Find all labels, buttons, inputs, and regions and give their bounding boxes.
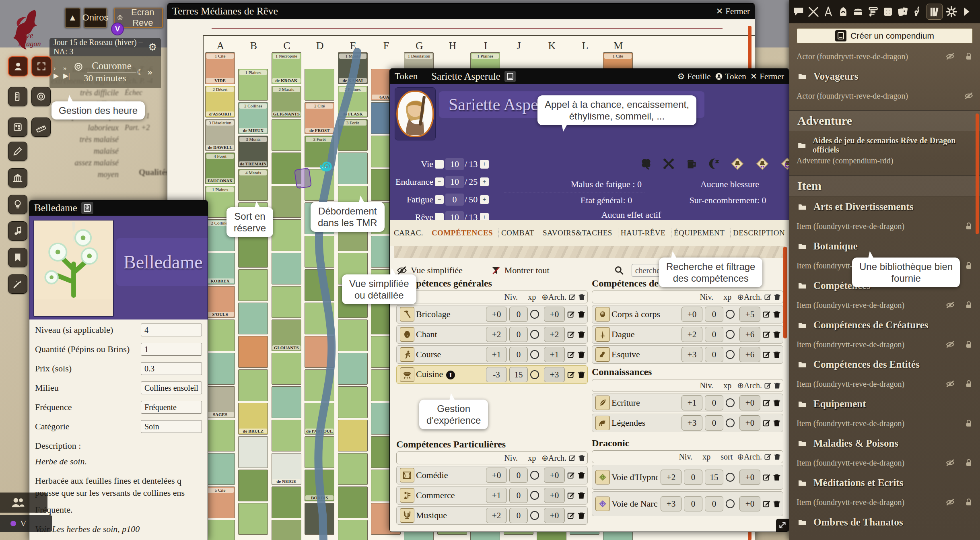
tmr-cell-A12[interactable] xyxy=(205,420,235,451)
skill-archetype[interactable]: +6 xyxy=(739,347,760,362)
skill-row-bricolage[interactable]: Bricolage+00+0 xyxy=(396,305,588,324)
encaissement-bones-icon[interactable] xyxy=(662,157,675,171)
toolbtn-target-icon[interactable] xyxy=(31,87,51,106)
skip-button[interactable]: ▶| xyxy=(63,72,73,80)
lock-icon[interactable] xyxy=(964,458,974,468)
skill-niveau[interactable]: +3 xyxy=(681,347,702,362)
stat-value[interactable]: 10 xyxy=(445,158,464,170)
edit-skill-icon[interactable] xyxy=(566,310,575,319)
skill-niveau[interactable]: +2 xyxy=(681,327,702,342)
skill-archetype[interactable]: +1 xyxy=(544,347,565,362)
delete-skill-icon[interactable] xyxy=(577,491,586,500)
toolbtn-expand-icon[interactable] xyxy=(31,56,51,76)
skill-row-voie-de-narcos[interactable]: Voie de Narcos+300+0 xyxy=(592,491,783,516)
calendar-gear-icon[interactable]: ⚙ xyxy=(148,41,157,53)
skill-sort[interactable]: 15 xyxy=(705,470,723,485)
lock-icon[interactable] xyxy=(964,52,974,61)
delete-skill-icon[interactable] xyxy=(772,330,781,339)
tmr-cell-A3[interactable]: 3 Désolationde DAWELL xyxy=(205,119,235,151)
belledame-field-input[interactable]: Fréquente xyxy=(141,401,202,414)
tmr-cell-D14[interactable] xyxy=(305,503,334,535)
create-compendium-button[interactable]: Créer un compendium xyxy=(797,28,973,43)
tmr-cell-A2[interactable]: 2 Désertd'ASSORH xyxy=(205,86,235,117)
compendium-folder[interactable]: Botanique xyxy=(797,241,974,252)
players-list[interactable]: V xyxy=(0,515,52,532)
toolbtn-ruler-icon[interactable] xyxy=(8,87,27,106)
belledame-field-input[interactable]: 4 xyxy=(141,324,202,336)
compendium-folder[interactable]: Aides de jeu de scenarios Rêve de Dragon… xyxy=(797,136,974,155)
visibility-eye-slash-icon[interactable] xyxy=(964,91,974,101)
tmr-cell-B7[interactable] xyxy=(238,269,268,301)
tmr-cell-C2[interactable]: 2 MaraisGLIGNANTS xyxy=(272,86,301,117)
tmr-cell-C1[interactable]: 1 Nécropolede KROAK xyxy=(272,52,301,84)
skill-niveau[interactable]: +2 xyxy=(486,327,507,342)
tmr-cell-C14[interactable] xyxy=(272,486,301,518)
tmr-cell-C8[interactable] xyxy=(272,286,301,318)
skill-row-chant[interactable]: Chant+20+2 xyxy=(396,325,588,344)
tmr-cell-B2[interactable]: 2 Collinesde MIEUX xyxy=(238,102,268,134)
tmr-cell-E10[interactable] xyxy=(338,353,368,385)
delete-skill-icon[interactable] xyxy=(772,350,781,359)
skill-row-commerce[interactable]: Commerce+10+0 xyxy=(396,486,588,505)
tmr-cell-C9[interactable]: GLOUANTS xyxy=(272,319,301,351)
sheet-config-button[interactable]: ⚙Feuille xyxy=(677,72,710,82)
compendium-folder[interactable]: Voyageurs xyxy=(797,71,974,82)
visibility-eye-slash-icon[interactable] xyxy=(945,52,955,61)
tmr-cell-C7[interactable] xyxy=(272,253,301,284)
skill-roll-circle[interactable] xyxy=(726,473,735,482)
tmr-cell-D2[interactable]: 2 Citéde FROST xyxy=(305,102,334,134)
belledame-field-input[interactable]: Collines ensoleil xyxy=(141,381,202,394)
toolbtn-select-token-icon[interactable] xyxy=(8,56,28,76)
skill-xp[interactable]: 0 xyxy=(509,327,528,342)
calendar-bar[interactable]: Jour 15 de Roseau (hiver) – NA: 3 ⚙ xyxy=(49,38,161,56)
advance-small[interactable]: › xyxy=(54,64,63,72)
montrer-tout-toggle[interactable]: Montrer tout xyxy=(504,265,550,276)
tmr-cell-C13[interactable]: de NEIGE xyxy=(272,453,301,485)
tmr-cell-D11[interactable]: de PARTOUL xyxy=(305,403,334,435)
compendium-folder[interactable]: Compétences des Entités xyxy=(797,359,974,370)
skill-niveau[interactable]: +3 xyxy=(681,415,702,431)
tmr-cell-E15[interactable] xyxy=(338,520,368,540)
skill-row-cuisine[interactable]: Cuisine⬆-315+3 xyxy=(396,365,588,384)
belledame-field-input[interactable]: 1 xyxy=(141,343,202,356)
tmr-cell-B8[interactable] xyxy=(238,303,268,334)
demi-reve-marker[interactable] xyxy=(294,168,312,189)
actor-sheet-titlebar[interactable]: Token Sariette Asperule ⚙Feuille Token ✕… xyxy=(390,69,789,85)
visibility-eye-slash-icon[interactable] xyxy=(945,497,955,507)
journal-scroll-icon[interactable] xyxy=(867,6,879,18)
skill-archetype[interactable]: +3 xyxy=(544,367,565,382)
compendium-books-icon[interactable] xyxy=(926,4,943,20)
tab-hautrve[interactable]: HAUT-RÊVE xyxy=(618,229,668,237)
compendium-folder[interactable]: Méditations et Ecrits xyxy=(797,477,974,488)
delete-skill-icon[interactable] xyxy=(577,511,586,520)
tab-combat[interactable]: COMBAT xyxy=(498,229,537,237)
delete-skill-icon[interactable] xyxy=(577,350,586,359)
compendium-book-icon[interactable] xyxy=(504,71,516,82)
skill-niveau[interactable]: +0 xyxy=(486,468,507,483)
skill-niveau[interactable]: -3 xyxy=(486,367,507,382)
tmr-cell-D6[interactable] xyxy=(305,236,334,268)
edit-skill-icon[interactable] xyxy=(566,491,575,500)
actors-hood-icon[interactable] xyxy=(837,6,849,18)
tmr-cell-D7[interactable] xyxy=(305,269,334,301)
fast-forward-button[interactable]: » xyxy=(147,68,158,76)
tab-comptences[interactable]: COMPÉTENCES xyxy=(429,229,495,237)
compendium-folder[interactable]: Arts et Divertissements xyxy=(797,201,974,212)
toolbtn-music-icon[interactable] xyxy=(8,221,27,241)
oniros-button[interactable]: Oniros xyxy=(84,8,107,28)
tmr-cell-B12[interactable] xyxy=(238,436,268,468)
chat-icon[interactable] xyxy=(793,6,805,18)
skill-archetype[interactable]: +0 xyxy=(739,415,760,431)
collapse-nav-button[interactable]: ▲ xyxy=(65,8,80,28)
visibility-eye-slash-icon[interactable] xyxy=(945,300,955,310)
skill-archetype[interactable]: +0 xyxy=(544,307,565,322)
header-plus-icon[interactable]: ⊕ xyxy=(737,292,744,302)
visibility-eye-slash-icon[interactable] xyxy=(945,340,955,349)
skill-row-com-die[interactable]: Comédie+00+0 xyxy=(396,466,588,484)
skill-niveau[interactable]: +1 xyxy=(681,395,702,410)
stat-plus-button[interactable]: + xyxy=(480,177,489,186)
tmr-cell-B11[interactable]: de BRULZ xyxy=(238,403,268,435)
tmr-cell-E11[interactable] xyxy=(338,386,368,418)
stat-value[interactable]: 10 xyxy=(445,176,464,188)
skill-row-course[interactable]: Course+10+1 xyxy=(396,345,588,364)
